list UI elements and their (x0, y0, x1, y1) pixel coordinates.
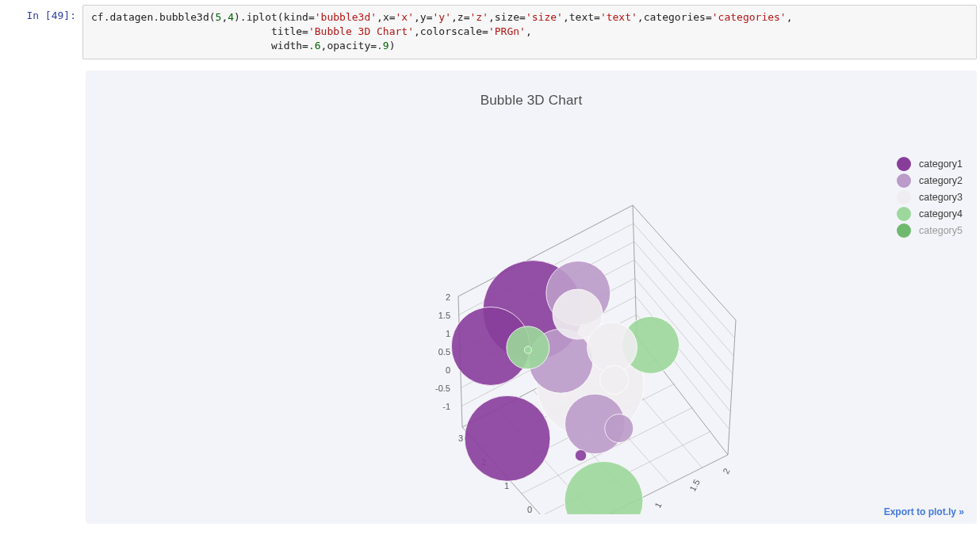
code-token: ).iplot(kind= (234, 11, 315, 23)
svg-text:1.5: 1.5 (687, 477, 702, 492)
bubble-category4[interactable] (565, 461, 643, 514)
export-link[interactable]: Export to plot.ly » (884, 506, 964, 517)
legend-item-category5[interactable]: category5 (897, 223, 963, 239)
svg-text:2: 2 (446, 292, 450, 302)
code-token: .9 (377, 40, 389, 52)
svg-text:2: 2 (721, 466, 731, 475)
legend-item-category4[interactable]: category4 (897, 206, 963, 223)
code-token: , (787, 11, 793, 23)
bubble-category3[interactable] (588, 322, 637, 372)
svg-text:1: 1 (446, 329, 450, 338)
axis-z-ticks: 2 1.5 1 0.5 0 -0.5 -1 (435, 292, 450, 411)
svg-text:3: 3 (458, 433, 463, 443)
legend-item-category2[interactable]: category2 (897, 173, 963, 189)
code-input[interactable]: cf.datagen.bubble3d(5,4).iplot(kind='bub… (82, 5, 977, 59)
code-token: 'x' (396, 11, 414, 23)
code-token: ,z= (451, 11, 469, 23)
code-token: 'bubble3d' (315, 11, 377, 23)
legend-swatch-icon (897, 207, 911, 221)
code-token: , (526, 25, 532, 37)
code-token: ,y= (414, 11, 432, 23)
legend-label: category3 (919, 192, 963, 203)
code-token: cf.datagen.bubble3d( (91, 11, 216, 23)
code-token: width= (91, 40, 308, 52)
legend-item-category3[interactable]: category3 (897, 189, 963, 206)
legend-swatch-icon (897, 157, 911, 171)
bubble-category3[interactable] (600, 365, 629, 394)
code-token: 'PRGn' (488, 25, 526, 37)
page-root: In [49]: cf.datagen.bubble3d(5,4).iplot(… (0, 0, 980, 542)
svg-text:-0.5: -0.5 (435, 384, 450, 393)
svg-text:0: 0 (527, 505, 532, 514)
svg-text:0.5: 0.5 (438, 347, 450, 357)
legend-label: category1 (919, 158, 963, 170)
code-token: 'y' (433, 11, 451, 23)
code-token: ,size= (488, 11, 526, 23)
bubble-category1[interactable] (575, 449, 586, 460)
code-token: ) (389, 40, 396, 52)
code-token: 4 (228, 11, 234, 23)
svg-text:0: 0 (446, 365, 450, 375)
legend-swatch-icon (897, 174, 911, 188)
code-token: 'text' (600, 11, 637, 23)
bubble-category2[interactable] (605, 414, 634, 442)
plot-title: Bubble 3D Chart (86, 93, 977, 109)
code-token: ,text= (563, 11, 600, 23)
code-token: title= (91, 25, 308, 37)
code-token: ,categories= (637, 11, 712, 23)
legend-item-category1[interactable]: category1 (897, 156, 963, 173)
code-token: 'categories' (712, 11, 787, 23)
svg-text:1: 1 (653, 500, 663, 509)
plot-output: Bubble 3D Chart category1 category2 cate… (86, 71, 977, 524)
bubble-category4[interactable] (524, 346, 531, 353)
svg-text:1.5: 1.5 (438, 311, 450, 320)
svg-text:1: 1 (504, 481, 509, 490)
code-token: .6 (308, 40, 321, 52)
code-token: 'z' (469, 11, 488, 23)
legend-swatch-icon (897, 190, 911, 204)
code-token: ,colorscale= (414, 25, 488, 37)
svg-line-11 (728, 320, 736, 455)
code-token: ,x= (377, 11, 395, 23)
legend-label: category5 (919, 225, 963, 236)
svg-line-10 (633, 205, 736, 320)
code-token: 'size' (526, 11, 563, 23)
plot-legend: category1 category2 category3 category4 … (897, 156, 963, 239)
bubble-layer (451, 260, 679, 513)
input-prompt: In [49]: (0, 5, 82, 21)
svg-text:-1: -1 (442, 402, 450, 411)
plot-3d-scene[interactable]: 2 1.5 1 0.5 0 -0.5 -1 3 2 1 0 -1 0 0.5 1 (323, 142, 768, 514)
code-token: ,opacity= (321, 40, 377, 52)
legend-swatch-icon (897, 223, 911, 238)
bubble-category1[interactable] (465, 395, 550, 481)
code-token: 'Bubble 3D Chart' (308, 25, 414, 37)
code-cell: In [49]: cf.datagen.bubble3d(5,4).iplot(… (0, 0, 980, 59)
legend-label: category4 (919, 208, 963, 219)
legend-label: category2 (919, 175, 963, 186)
